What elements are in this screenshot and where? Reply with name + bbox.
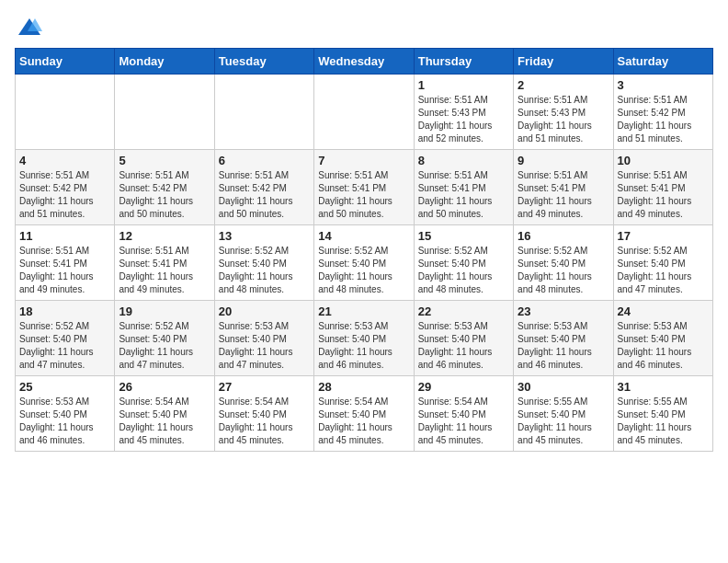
calendar-cell: 28Sunrise: 5:54 AM Sunset: 5:40 PM Dayli… [314,376,414,452]
calendar-cell: 30Sunrise: 5:55 AM Sunset: 5:40 PM Dayli… [514,376,613,452]
calendar-cell: 3Sunrise: 5:51 AM Sunset: 5:42 PM Daylig… [613,75,712,150]
day-number: 7 [318,154,409,167]
day-number: 10 [618,154,709,167]
day-number: 13 [219,229,310,243]
day-number: 28 [318,380,409,394]
day-number: 3 [618,78,709,92]
day-number: 25 [19,380,110,394]
day-number: 26 [119,380,210,394]
day-number: 15 [418,229,509,243]
calendar-cell: 26Sunrise: 5:54 AM Sunset: 5:40 PM Dayli… [115,376,214,452]
calendar-cell: 2Sunrise: 5:51 AM Sunset: 5:43 PM Daylig… [514,75,613,150]
day-number: 19 [119,304,210,318]
day-number: 17 [618,229,709,243]
weekday-header-monday: Monday [115,49,214,75]
day-info: Sunrise: 5:51 AM Sunset: 5:41 PM Dayligh… [119,245,210,296]
day-info: Sunrise: 5:53 AM Sunset: 5:40 PM Dayligh… [418,320,509,372]
day-number: 12 [119,229,210,243]
calendar-cell: 20Sunrise: 5:53 AM Sunset: 5:40 PM Dayli… [214,301,313,376]
day-number: 2 [518,78,609,92]
day-info: Sunrise: 5:55 AM Sunset: 5:40 PM Dayligh… [518,396,609,447]
day-number: 29 [418,380,509,394]
day-number: 6 [219,154,310,167]
calendar-cell: 11Sunrise: 5:51 AM Sunset: 5:41 PM Dayli… [16,225,115,301]
day-number: 5 [119,154,210,167]
day-info: Sunrise: 5:53 AM Sunset: 5:40 PM Dayligh… [19,396,110,447]
day-number: 27 [219,380,310,394]
calendar-cell: 22Sunrise: 5:53 AM Sunset: 5:40 PM Dayli… [414,301,513,376]
day-info: Sunrise: 5:53 AM Sunset: 5:40 PM Dayligh… [219,320,310,372]
calendar-cell: 15Sunrise: 5:52 AM Sunset: 5:40 PM Dayli… [414,225,513,301]
calendar-cell: 24Sunrise: 5:53 AM Sunset: 5:40 PM Dayli… [613,301,712,376]
day-info: Sunrise: 5:51 AM Sunset: 5:42 PM Dayligh… [618,94,709,145]
calendar-cell: 14Sunrise: 5:52 AM Sunset: 5:40 PM Dayli… [314,225,414,301]
day-info: Sunrise: 5:51 AM Sunset: 5:43 PM Dayligh… [418,94,509,145]
day-info: Sunrise: 5:52 AM Sunset: 5:40 PM Dayligh… [219,245,310,296]
calendar-cell: 18Sunrise: 5:52 AM Sunset: 5:40 PM Dayli… [16,301,115,376]
calendar-cell: 10Sunrise: 5:51 AM Sunset: 5:41 PM Dayli… [613,150,712,225]
calendar-week-1: 1Sunrise: 5:51 AM Sunset: 5:43 PM Daylig… [16,75,713,150]
calendar-cell: 27Sunrise: 5:54 AM Sunset: 5:40 PM Dayli… [214,376,313,452]
day-info: Sunrise: 5:52 AM Sunset: 5:40 PM Dayligh… [119,320,210,372]
logo [15,15,42,40]
weekday-header-friday: Friday [514,49,613,75]
calendar-week-3: 11Sunrise: 5:51 AM Sunset: 5:41 PM Dayli… [16,225,713,301]
weekday-header-tuesday: Tuesday [214,49,313,75]
day-number: 31 [618,380,709,394]
day-number: 21 [318,304,409,318]
calendar-cell [115,75,214,150]
calendar-cell: 31Sunrise: 5:55 AM Sunset: 5:40 PM Dayli… [613,376,712,452]
day-info: Sunrise: 5:51 AM Sunset: 5:41 PM Dayligh… [518,169,609,221]
day-number: 24 [618,304,709,318]
day-info: Sunrise: 5:51 AM Sunset: 5:43 PM Dayligh… [518,94,609,145]
day-number: 8 [418,154,509,167]
calendar-cell: 8Sunrise: 5:51 AM Sunset: 5:41 PM Daylig… [414,150,513,225]
day-info: Sunrise: 5:52 AM Sunset: 5:40 PM Dayligh… [318,245,409,296]
calendar-cell: 16Sunrise: 5:52 AM Sunset: 5:40 PM Dayli… [514,225,613,301]
day-info: Sunrise: 5:53 AM Sunset: 5:40 PM Dayligh… [518,320,609,372]
day-info: Sunrise: 5:52 AM Sunset: 5:40 PM Dayligh… [19,320,110,372]
day-number: 9 [518,154,609,167]
day-number: 23 [518,304,609,318]
day-number: 22 [418,304,509,318]
day-info: Sunrise: 5:53 AM Sunset: 5:40 PM Dayligh… [618,320,709,372]
day-info: Sunrise: 5:51 AM Sunset: 5:42 PM Dayligh… [19,169,110,221]
calendar-week-5: 25Sunrise: 5:53 AM Sunset: 5:40 PM Dayli… [16,376,713,452]
calendar-cell: 12Sunrise: 5:51 AM Sunset: 5:41 PM Dayli… [115,225,214,301]
day-info: Sunrise: 5:54 AM Sunset: 5:40 PM Dayligh… [318,396,409,447]
day-info: Sunrise: 5:54 AM Sunset: 5:40 PM Dayligh… [219,396,310,447]
calendar-cell: 13Sunrise: 5:52 AM Sunset: 5:40 PM Dayli… [214,225,313,301]
calendar-cell: 21Sunrise: 5:53 AM Sunset: 5:40 PM Dayli… [314,301,414,376]
calendar-week-2: 4Sunrise: 5:51 AM Sunset: 5:42 PM Daylig… [16,150,713,225]
day-info: Sunrise: 5:53 AM Sunset: 5:40 PM Dayligh… [318,320,409,372]
calendar-cell: 4Sunrise: 5:51 AM Sunset: 5:42 PM Daylig… [16,150,115,225]
day-number: 4 [19,154,110,167]
day-number: 20 [219,304,310,318]
day-number: 14 [318,229,409,243]
weekday-header-sunday: Sunday [16,49,115,75]
day-number: 1 [418,78,509,92]
day-number: 30 [518,380,609,394]
day-info: Sunrise: 5:52 AM Sunset: 5:40 PM Dayligh… [618,245,709,296]
calendar-cell: 17Sunrise: 5:52 AM Sunset: 5:40 PM Dayli… [613,225,712,301]
calendar-cell: 23Sunrise: 5:53 AM Sunset: 5:40 PM Dayli… [514,301,613,376]
calendar-cell: 25Sunrise: 5:53 AM Sunset: 5:40 PM Dayli… [16,376,115,452]
page-header [15,15,713,40]
calendar-cell: 9Sunrise: 5:51 AM Sunset: 5:41 PM Daylig… [514,150,613,225]
day-info: Sunrise: 5:51 AM Sunset: 5:41 PM Dayligh… [418,169,509,221]
calendar-cell: 6Sunrise: 5:51 AM Sunset: 5:42 PM Daylig… [214,150,313,225]
weekday-header-row: SundayMondayTuesdayWednesdayThursdayFrid… [16,49,713,75]
calendar-cell: 1Sunrise: 5:51 AM Sunset: 5:43 PM Daylig… [414,75,513,150]
day-info: Sunrise: 5:54 AM Sunset: 5:40 PM Dayligh… [418,396,509,447]
calendar-cell [314,75,414,150]
calendar-week-4: 18Sunrise: 5:52 AM Sunset: 5:40 PM Dayli… [16,301,713,376]
day-info: Sunrise: 5:55 AM Sunset: 5:40 PM Dayligh… [618,396,709,447]
logo-icon [17,15,42,40]
weekday-header-saturday: Saturday [613,49,712,75]
day-info: Sunrise: 5:51 AM Sunset: 5:41 PM Dayligh… [618,169,709,221]
day-info: Sunrise: 5:54 AM Sunset: 5:40 PM Dayligh… [119,396,210,447]
calendar-cell [214,75,313,150]
day-info: Sunrise: 5:52 AM Sunset: 5:40 PM Dayligh… [518,245,609,296]
weekday-header-wednesday: Wednesday [314,49,414,75]
weekday-header-thursday: Thursday [414,49,513,75]
